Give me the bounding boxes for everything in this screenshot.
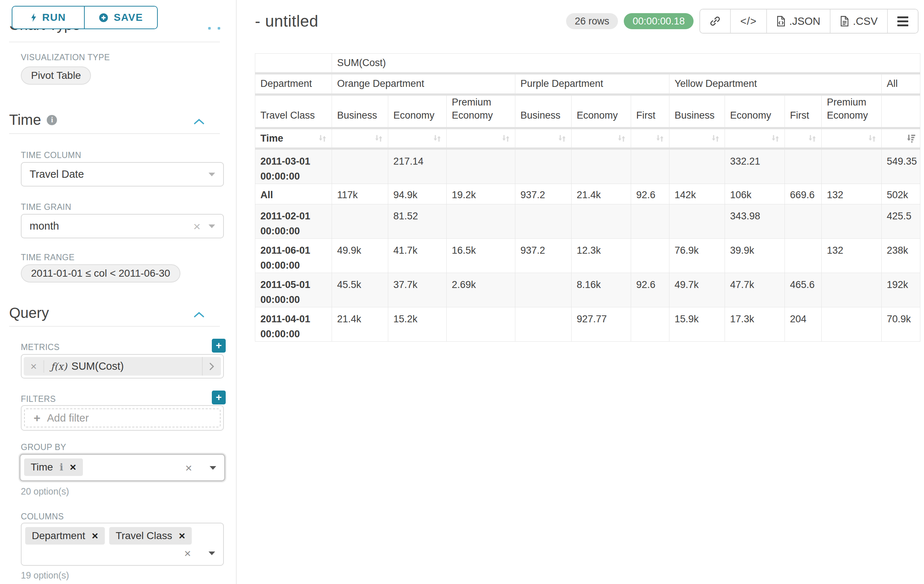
value-cell	[515, 148, 572, 184]
chart-title[interactable]: - untitled	[255, 12, 318, 30]
add-metric-button[interactable]: +	[212, 339, 226, 353]
value-cell: 12.3k	[572, 239, 631, 273]
selected-option-department[interactable]: Department×	[25, 527, 105, 545]
value-cell: 70.9k	[882, 307, 920, 342]
section-divider	[9, 42, 220, 42]
columns-label: COLUMNS	[21, 512, 64, 521]
clear-icon[interactable]: ×	[185, 462, 192, 474]
selected-option-travel-class[interactable]: Travel Class×	[109, 527, 192, 545]
department-dim-label: Department	[255, 73, 332, 95]
value-cell: 669.6	[785, 184, 822, 204]
time-range-pill[interactable]: 2011-01-01 ≤ col < 2011-06-30	[21, 264, 180, 283]
filters-label: FILTERS	[21, 394, 56, 404]
row-header: 2011-06-01 00:00:00	[255, 239, 332, 273]
column-group-purple-department: Purple Department	[515, 73, 670, 95]
chevron-up-icon[interactable]	[193, 305, 205, 321]
value-cell	[332, 204, 388, 239]
value-cell: 15.9k	[670, 307, 725, 342]
selected-option-time[interactable]: Timei×	[24, 459, 83, 476]
sort-icon[interactable]	[655, 133, 665, 143]
query-section-header[interactable]: Query	[9, 305, 220, 321]
hamburger-menu-icon	[898, 16, 908, 26]
sort-icon[interactable]	[711, 133, 720, 143]
value-cell: 37.7k	[388, 273, 447, 307]
table-row: 2011-02-01 00:00:0081.52343.98425.5	[255, 204, 920, 239]
clear-icon[interactable]: ×	[184, 548, 191, 559]
value-cell: 238k	[882, 239, 920, 273]
value-cell	[822, 273, 882, 307]
time-column-select[interactable]: Travel Date	[21, 162, 224, 186]
time-section-header[interactable]: Time i	[9, 112, 220, 128]
remove-tag-icon[interactable]: ×	[178, 530, 185, 541]
value-cell	[822, 307, 882, 342]
value-cell: 937.2	[515, 239, 572, 273]
caret-down-icon	[208, 173, 215, 176]
caret-down-icon[interactable]	[208, 551, 215, 555]
value-cell: 49.9k	[332, 239, 388, 273]
value-cell	[572, 204, 631, 239]
value-cell	[515, 273, 572, 307]
metric-field: × ƒ(x) SUM(Cost)	[21, 354, 224, 378]
value-cell: 132	[822, 184, 882, 204]
save-button[interactable]: SAVE	[84, 7, 157, 28]
column-group-all: All	[882, 73, 920, 95]
sort-icon[interactable]	[617, 133, 626, 143]
remove-tag-icon[interactable]: ×	[92, 530, 98, 541]
run-button[interactable]: RUN	[12, 7, 84, 28]
group-by-options-hint: 20 option(s)	[21, 486, 69, 497]
table-row: All117k94.9k19.2k937.221.4k92.6142k106k6…	[255, 184, 920, 204]
sort-icon[interactable]	[374, 133, 383, 143]
sort-icon[interactable]	[807, 133, 817, 143]
sort-icon[interactable]	[318, 133, 327, 143]
metric-pill[interactable]: × ƒ(x) SUM(Cost)	[24, 357, 221, 375]
group-by-select[interactable]: Timei× ×	[19, 454, 225, 482]
clear-icon[interactable]: ×	[193, 220, 201, 232]
sort-desc-icon[interactable]	[906, 133, 916, 143]
remove-tag-icon[interactable]: ×	[70, 462, 76, 473]
value-cell: 21.4k	[572, 184, 631, 204]
file-code-icon	[776, 16, 785, 26]
add-filter-plus-button[interactable]: +	[212, 391, 226, 405]
value-cell	[785, 204, 822, 239]
value-cell: 217.14	[388, 148, 447, 184]
export-json-button[interactable]: .JSON	[766, 10, 830, 33]
column-orange-department-premium-economy: Premium Economy	[447, 95, 515, 128]
viz-type-pill[interactable]: Pivot Table	[21, 66, 91, 85]
chevron-right-icon[interactable]	[202, 357, 221, 375]
time-dim-header: Time	[255, 128, 332, 148]
run-save-button-group: RUN SAVE	[12, 6, 158, 29]
value-cell	[572, 148, 631, 184]
chevron-up-icon[interactable]	[193, 112, 205, 128]
table-row: 2011-06-01 00:00:0049.9k41.7k16.5k937.21…	[255, 239, 920, 273]
value-cell: 76.9k	[670, 239, 725, 273]
sort-icon[interactable]	[501, 133, 511, 143]
columns-select[interactable]: Department×Travel Class× ×	[21, 523, 224, 566]
columns-tag-row: Department×Travel Class×	[25, 527, 192, 545]
sort-icon[interactable]	[867, 133, 877, 143]
section-divider	[9, 133, 220, 134]
short-link-button[interactable]	[700, 10, 730, 33]
sort-icon[interactable]	[432, 133, 442, 143]
sort-icon[interactable]	[771, 133, 780, 143]
time-grain-select[interactable]: month ×	[21, 214, 224, 239]
row-header: All	[255, 184, 332, 204]
view-query-button[interactable]: </>	[730, 10, 766, 33]
export-csv-button[interactable]: .CSV	[830, 10, 887, 33]
value-cell	[631, 204, 670, 239]
add-filter-button[interactable]: + Add filter	[24, 408, 221, 428]
chart-header: - untitled 26 rows 00:00:00.18 </>	[255, 9, 919, 34]
value-cell: 106k	[725, 184, 785, 204]
caret-down-icon	[208, 224, 215, 228]
remove-metric-icon[interactable]: ×	[24, 360, 44, 373]
row-count-badge: 26 rows	[566, 13, 618, 29]
value-cell	[447, 204, 515, 239]
column-yellow-department-economy: Economy	[725, 95, 785, 128]
more-options-button[interactable]	[887, 10, 918, 33]
caret-down-icon[interactable]	[210, 466, 216, 470]
pivot-table-container: SUM(Cost)DepartmentOrange DepartmentPurp…	[255, 53, 920, 342]
metrics-label: METRICS	[21, 342, 59, 352]
value-cell: 937.2	[515, 184, 572, 204]
metric-header-cell: SUM(Cost)	[332, 54, 920, 73]
sort-icon[interactable]	[557, 133, 567, 143]
column-orange-department-economy: Economy	[388, 95, 447, 128]
